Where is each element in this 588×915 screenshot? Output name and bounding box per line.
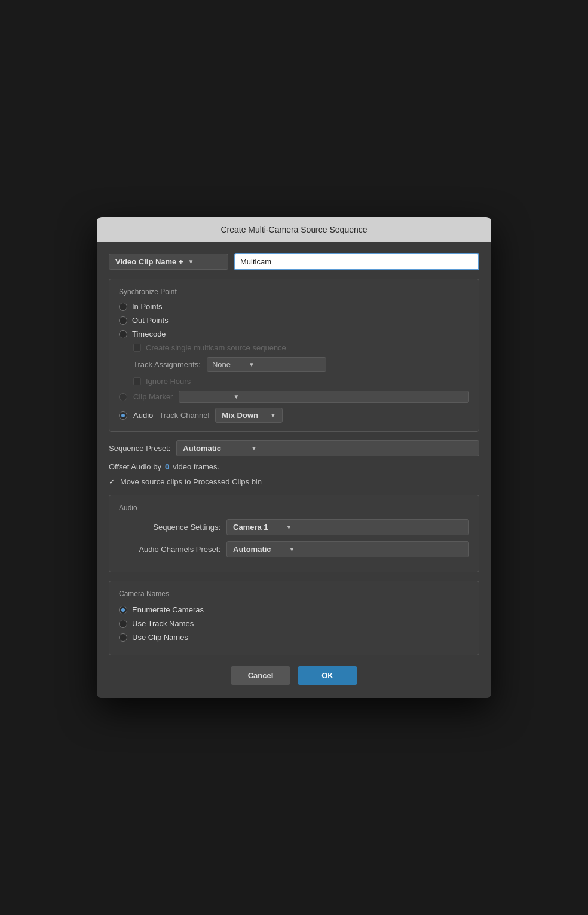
- clip-marker-radio[interactable]: [119, 393, 127, 401]
- use-track-names-row[interactable]: Use Track Names: [119, 619, 469, 628]
- audio-channels-row: Audio Channels Preset: Automatic ▼: [119, 541, 469, 557]
- synchronize-point-section: Synchronize Point In Points Out Points T…: [109, 279, 479, 432]
- track-assignments-value: None: [212, 360, 231, 369]
- timecode-row[interactable]: Timecode: [119, 330, 469, 338]
- clip-marker-dropdown-arrow: ▼: [233, 394, 239, 400]
- audio-radio[interactable]: [119, 411, 127, 420]
- audio-channels-value: Automatic: [233, 545, 271, 554]
- use-track-names-radio[interactable]: [119, 620, 127, 628]
- offset-audio-row: Offset Audio by 0 video frames.: [109, 462, 479, 471]
- audio-channels-arrow: ▼: [289, 546, 295, 553]
- ok-button[interactable]: OK: [298, 666, 357, 685]
- use-clip-names-label: Use Clip Names: [132, 633, 188, 642]
- audio-label: Audio: [133, 411, 153, 420]
- sequence-preset-dropdown[interactable]: Automatic ▼: [176, 440, 479, 456]
- track-channel-label: Track Channel: [159, 411, 209, 420]
- ignore-hours-label: Ignore Hours: [146, 377, 191, 386]
- move-source-label: Move source clips to Processed Clips bin: [120, 477, 262, 486]
- offset-audio-suffix: video frames.: [173, 462, 219, 471]
- timecode-label: Timecode: [132, 330, 166, 338]
- clip-name-dropdown-arrow: ▼: [188, 258, 194, 265]
- camera-names-title: Camera Names: [119, 590, 469, 598]
- multicam-input[interactable]: [234, 253, 479, 270]
- sequence-settings-row: Sequence Settings: Camera 1 ▼: [119, 519, 469, 535]
- sequence-settings-label: Sequence Settings:: [119, 523, 220, 532]
- enumerate-cameras-row[interactable]: Enumerate Cameras: [119, 605, 469, 614]
- sequence-preset-label: Sequence Preset:: [109, 444, 170, 453]
- in-points-radio[interactable]: [119, 303, 127, 311]
- enumerate-cameras-radio[interactable]: [119, 606, 127, 614]
- clip-marker-dropdown[interactable]: ▼: [179, 391, 469, 403]
- create-single-checkbox[interactable]: [133, 344, 141, 352]
- dialog-body: Video Clip Name + ▼ Synchronize Point In…: [97, 242, 491, 698]
- sequence-preset-arrow: ▼: [251, 445, 257, 452]
- clip-marker-row: Clip Marker ▼: [119, 391, 469, 403]
- dialog-titlebar: Create Multi-Camera Source Sequence: [97, 217, 491, 242]
- camera-names-section: Camera Names Enumerate Cameras Use Track…: [109, 581, 479, 655]
- top-row: Video Clip Name + ▼: [109, 253, 479, 270]
- move-source-row: ✓ Move source clips to Processed Clips b…: [109, 477, 479, 486]
- in-points-label: In Points: [132, 302, 163, 311]
- timecode-sub-section: Create single multicam source sequence T…: [133, 343, 469, 386]
- audio-channels-label: Audio Channels Preset:: [119, 545, 220, 554]
- track-assignments-dropdown[interactable]: None ▼: [207, 357, 326, 372]
- sequence-preset-row: Sequence Preset: Automatic ▼: [109, 440, 479, 456]
- track-assignments-arrow: ▼: [249, 361, 255, 368]
- out-points-label: Out Points: [132, 316, 169, 325]
- clip-marker-label: Clip Marker: [133, 392, 173, 401]
- use-clip-names-row[interactable]: Use Clip Names: [119, 633, 469, 642]
- use-clip-names-radio[interactable]: [119, 633, 127, 642]
- audio-channels-dropdown[interactable]: Automatic ▼: [226, 541, 469, 557]
- audio-row: Audio Track Channel Mix Down ▼: [119, 408, 469, 423]
- dialog-title: Create Multi-Camera Source Sequence: [220, 225, 367, 234]
- in-points-row[interactable]: In Points: [119, 302, 469, 311]
- sequence-settings-dropdown[interactable]: Camera 1 ▼: [226, 519, 469, 535]
- mix-down-label: Mix Down: [222, 411, 258, 420]
- button-row: Cancel OK: [109, 666, 479, 687]
- track-assignments-row: Track Assignments: None ▼: [133, 357, 469, 372]
- audio-section-title: Audio: [119, 504, 469, 512]
- synchronize-point-label: Synchronize Point: [119, 288, 469, 296]
- create-single-label: Create single multicam source sequence: [146, 343, 286, 352]
- out-points-row[interactable]: Out Points: [119, 316, 469, 325]
- clip-name-label: Video Clip Name +: [115, 257, 183, 266]
- out-points-radio[interactable]: [119, 316, 127, 325]
- sequence-preset-value: Automatic: [183, 444, 221, 453]
- cancel-button[interactable]: Cancel: [231, 666, 290, 685]
- enumerate-cameras-label: Enumerate Cameras: [132, 605, 204, 614]
- move-source-checkmark: ✓: [109, 477, 115, 486]
- sequence-settings-value: Camera 1: [233, 523, 268, 532]
- sequence-settings-arrow: ▼: [286, 524, 292, 530]
- offset-audio-label: Offset Audio by: [109, 462, 161, 471]
- create-multicam-dialog: Create Multi-Camera Source Sequence Vide…: [97, 217, 491, 698]
- clip-name-dropdown[interactable]: Video Clip Name + ▼: [109, 254, 228, 270]
- use-track-names-label: Use Track Names: [132, 619, 194, 628]
- ignore-hours-checkbox[interactable]: [133, 377, 141, 385]
- mix-down-dropdown[interactable]: Mix Down ▼: [215, 408, 283, 423]
- ignore-hours-row: Ignore Hours: [133, 377, 469, 386]
- timecode-radio[interactable]: [119, 330, 127, 338]
- track-assignments-label: Track Assignments:: [133, 360, 201, 369]
- create-single-row: Create single multicam source sequence: [133, 343, 469, 352]
- offset-audio-value[interactable]: 0: [165, 462, 169, 471]
- mix-down-arrow: ▼: [270, 412, 276, 419]
- audio-section: Audio Sequence Settings: Camera 1 ▼ Audi…: [109, 495, 479, 572]
